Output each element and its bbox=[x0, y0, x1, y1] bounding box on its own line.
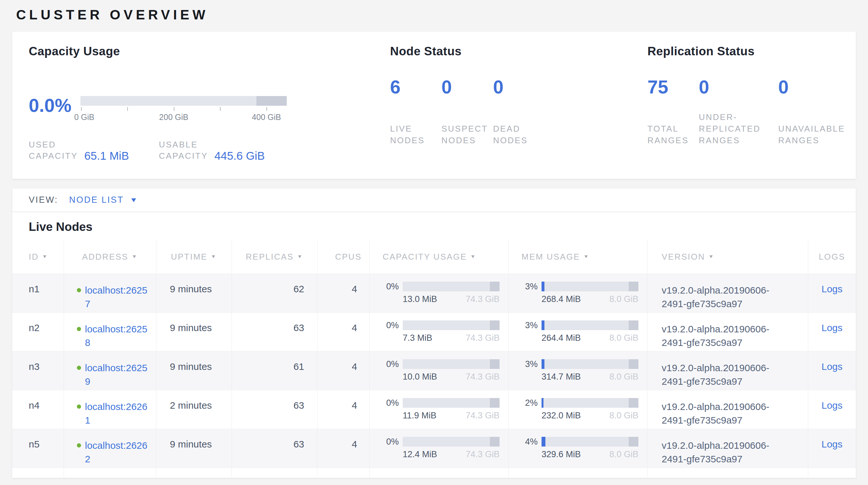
node-address-link[interactable]: localhost:26259 bbox=[85, 361, 150, 388]
sort-arrow-icon: ▼ bbox=[709, 254, 715, 260]
node-cpus-cell: 4 bbox=[317, 429, 369, 467]
capacity-total: 74.3 GiB bbox=[466, 372, 500, 382]
node-id-cell: n1 bbox=[12, 274, 64, 312]
column-header-version[interactable]: VERSION▼ bbox=[647, 240, 808, 274]
table-row: n1 localhost:26257 9 minutes 62 4 0% 13.… bbox=[12, 274, 856, 312]
capacity-percent: 0% bbox=[383, 320, 399, 330]
mem-used: 314.7 MiB bbox=[541, 372, 581, 382]
capacity-usage-bar bbox=[81, 96, 287, 106]
node-live-dot-icon bbox=[77, 288, 81, 292]
node-address-link[interactable]: localhost:26261 bbox=[85, 400, 150, 427]
usable-capacity-value: 445.6 GiB bbox=[214, 149, 265, 162]
mem-percent: 3% bbox=[522, 320, 538, 330]
node-address-cell: localhost:26261 bbox=[64, 390, 156, 429]
mem-total: 8.0 GiB bbox=[609, 333, 639, 343]
node-capacity-usage-cell: 0% 10.0 MiB74.3 GiB bbox=[369, 351, 508, 390]
logs-link[interactable]: Logs bbox=[822, 361, 842, 372]
node-logs-cell: Logs bbox=[808, 429, 856, 467]
node-cpus-cell: 4 bbox=[317, 390, 369, 429]
node-id-cell: n2 bbox=[12, 313, 64, 351]
capacity-used-percent: 0.0% bbox=[29, 94, 71, 116]
column-header-uptime[interactable]: UPTIME▼ bbox=[156, 240, 231, 274]
node-logs-cell: Logs bbox=[808, 274, 856, 312]
capacity-bar-dark-segment bbox=[256, 96, 287, 106]
capacity-bar bbox=[403, 437, 500, 447]
column-header-cpus: CPUS bbox=[317, 240, 369, 274]
replication-status-title: Replication Status bbox=[647, 45, 861, 58]
mem-used: 329.6 MiB bbox=[541, 450, 581, 459]
view-selector-dropdown[interactable]: NODE LIST ▼ bbox=[69, 195, 136, 205]
mem-percent: 3% bbox=[522, 282, 538, 291]
node-capacity-usage-cell: 0% 11.9 MiB74.3 GiB bbox=[369, 390, 508, 429]
suspect-nodes-count: 0 bbox=[441, 77, 493, 97]
view-selected-value: NODE LIST bbox=[69, 195, 124, 205]
column-header-replicas[interactable]: REPLICAS▼ bbox=[231, 240, 317, 274]
sort-arrow-icon: ▼ bbox=[131, 254, 137, 260]
tick-label-400: 400 GiB bbox=[252, 113, 281, 122]
node-address-cell: localhost:26257 bbox=[64, 274, 156, 312]
capacity-bar bbox=[403, 398, 500, 408]
view-label: VIEW: bbox=[29, 195, 58, 205]
suspect-nodes-label: SUSPECT NODES bbox=[441, 123, 493, 146]
capacity-bar bbox=[403, 320, 500, 330]
logs-link[interactable]: Logs bbox=[822, 284, 842, 294]
node-mem-usage-cell: 2% 232.0 MiB8.0 GiB bbox=[508, 390, 647, 429]
mem-percent: 2% bbox=[522, 398, 538, 408]
node-id-cell: n4 bbox=[12, 390, 64, 429]
mem-bar bbox=[541, 437, 639, 447]
capacity-usage-chart: 0.0% 0 GiB 200 GiB 400 GiB bbox=[29, 89, 306, 131]
node-live-dot-icon bbox=[77, 366, 81, 370]
logs-link[interactable]: Logs bbox=[822, 400, 842, 411]
dropdown-caret-icon: ▼ bbox=[129, 196, 137, 204]
capacity-used: 10.0 MiB bbox=[403, 372, 437, 382]
node-status-section: Node Status 6 LIVE NODES 0 SUSPECT NODES… bbox=[390, 45, 584, 161]
live-nodes-card: VIEW: NODE LIST ▼ Live Nodes ID▼ ADDRESS… bbox=[12, 189, 856, 478]
mem-percent: 3% bbox=[522, 359, 538, 369]
capacity-used: 13.0 MiB bbox=[403, 294, 437, 304]
table-header-row: ID▼ ADDRESS▼ UPTIME▼ REPLICAS▼ CPUS CAPA… bbox=[12, 240, 856, 274]
node-address-link[interactable]: localhost:26258 bbox=[85, 322, 150, 349]
capacity-axis-labels: 0 GiB 200 GiB 400 GiB bbox=[81, 113, 287, 122]
column-header-address[interactable]: ADDRESS▼ bbox=[64, 240, 156, 274]
dead-nodes-label: DEAD NODES bbox=[493, 123, 577, 146]
column-header-logs: LOGS bbox=[808, 240, 856, 274]
capacity-usage-title: Capacity Usage bbox=[29, 45, 381, 58]
capacity-axis-ticks bbox=[81, 107, 287, 111]
capacity-usage-section: Capacity Usage 0.0% 0 GiB 200 GiB 400 Gi… bbox=[29, 45, 381, 168]
node-version-cell: v19.2.0-alpha.20190606-2491-gfe735c9a97 bbox=[647, 351, 808, 390]
logs-link[interactable]: Logs bbox=[822, 439, 842, 450]
logs-link[interactable]: Logs bbox=[822, 322, 842, 333]
column-header-id[interactable]: ID▼ bbox=[12, 240, 64, 274]
total-ranges-count: 75 bbox=[647, 77, 699, 97]
used-capacity-label: USED CAPACITY bbox=[29, 139, 78, 162]
node-logs-cell: Logs bbox=[808, 351, 856, 390]
mem-total: 8.0 GiB bbox=[609, 372, 639, 382]
live-nodes-count: 6 bbox=[390, 77, 441, 97]
node-address-cell: localhost:26258 bbox=[64, 313, 156, 351]
capacity-percent: 0% bbox=[383, 437, 399, 447]
capacity-percent: 0% bbox=[383, 282, 399, 291]
node-address-link[interactable]: localhost:26262 bbox=[85, 439, 150, 466]
table-row: n3 localhost:26259 9 minutes 61 4 0% 10.… bbox=[12, 351, 856, 390]
dead-nodes-count: 0 bbox=[493, 77, 577, 97]
column-header-capacity-usage[interactable]: CAPACITY USAGE▼ bbox=[369, 240, 508, 274]
node-uptime-cell: 9 minutes bbox=[156, 274, 231, 312]
node-address-link[interactable]: localhost:26257 bbox=[85, 284, 150, 311]
mem-total: 8.0 GiB bbox=[609, 294, 639, 304]
node-logs-cell: Logs bbox=[808, 313, 856, 351]
node-status-title: Node Status bbox=[390, 45, 584, 58]
node-mem-usage-cell: 4% 329.6 MiB8.0 GiB bbox=[508, 429, 647, 467]
unavailable-ranges-count: 0 bbox=[778, 77, 861, 97]
node-replicas-cell: 63 bbox=[231, 429, 317, 467]
capacity-used: 11.9 MiB bbox=[403, 411, 437, 421]
node-address-cell: localhost:26262 bbox=[64, 429, 156, 467]
partial-table-row bbox=[12, 467, 856, 477]
node-replicas-cell: 63 bbox=[231, 390, 317, 429]
column-header-mem-usage[interactable]: MEM USAGE▼ bbox=[508, 240, 647, 274]
node-uptime-cell: 9 minutes bbox=[156, 429, 231, 467]
node-uptime-cell: 9 minutes bbox=[156, 313, 231, 351]
total-ranges-label: TOTAL RANGES bbox=[647, 123, 699, 146]
node-replicas-cell: 61 bbox=[231, 351, 317, 390]
mem-bar bbox=[541, 359, 639, 369]
page-title: CLUSTER OVERVIEW bbox=[16, 7, 209, 23]
